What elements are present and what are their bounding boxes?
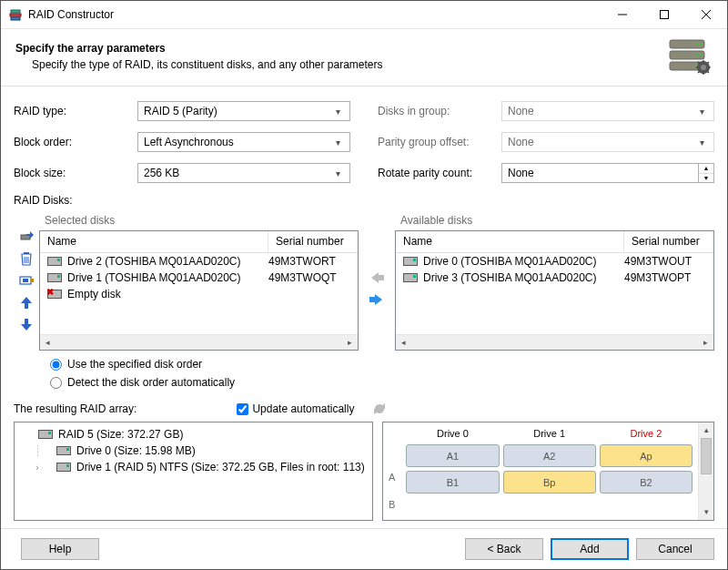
add-disk-button[interactable] [18, 229, 35, 245]
svg-rect-7 [670, 40, 704, 48]
disk-name: Drive 0 (TOSHIBA MQ01AAD020C) [423, 255, 624, 268]
disk-serial: 49M3TWOPT [624, 271, 706, 284]
spin-up-button[interactable]: ▲ [699, 164, 713, 174]
close-button[interactable] [685, 1, 727, 28]
result-tree[interactable]: RAID 5 (Size: 372.27 GB) ┊ Drive 0 (Size… [14, 422, 373, 521]
empty-disk-icon [47, 289, 62, 300]
disks-in-group-label: Disks in group: [378, 105, 501, 117]
raid-disks-label: RAID Disks: [14, 194, 714, 207]
chevron-down-icon: ▾ [694, 137, 710, 148]
maximize-button[interactable] [643, 1, 685, 28]
v-scrollbar[interactable]: ▴▾ [698, 422, 713, 520]
block-order-combo[interactable]: Left Asynchronous ▾ [137, 132, 350, 152]
disk-serial: 49M3TWOQT [268, 271, 350, 284]
svg-rect-4 [661, 11, 669, 19]
grid-cell: A2 [503, 444, 596, 467]
svg-rect-33 [23, 279, 28, 282]
raid-type-combo[interactable]: RAID 5 (Parity) ▾ [137, 101, 350, 121]
svg-line-25 [698, 72, 700, 74]
list-item[interactable]: Drive 1 (TOSHIBA MQ01AAD020C)49M3TWOQT [40, 270, 358, 286]
drive-icon [56, 445, 71, 456]
resulting-label: The resulting RAID array: [14, 402, 136, 415]
tree-root: RAID 5 (Size: 372.27 GB) [58, 428, 183, 441]
grid-cell: Ap [600, 444, 693, 467]
grid-cell: B1 [406, 471, 499, 494]
svg-rect-0 [10, 14, 21, 16]
list-item[interactable]: Drive 3 (TOSHIBA MQ01AAD020C)49M3TWOPT [396, 270, 713, 286]
svg-point-11 [696, 43, 698, 45]
list-item[interactable]: Drive 2 (TOSHIBA MQ01AAD020C)49M3TWORT [40, 253, 358, 270]
order-specified-radio[interactable]: Use the specified disk order [50, 358, 714, 371]
drive-icon [403, 272, 418, 283]
grid-col-header: Drive 2 [600, 426, 693, 441]
page-title: Specify the array parameters [15, 42, 383, 55]
move-left-button[interactable] [368, 270, 386, 285]
chevron-down-icon: ▾ [694, 107, 710, 117]
grid-col-header: Drive 0 [406, 426, 499, 441]
available-disks-list[interactable]: Name Serial number Drive 0 (TOSHIBA MQ01… [395, 230, 714, 351]
chevron-down-icon: ▾ [330, 137, 346, 148]
drive-icon [56, 462, 71, 473]
add-empty-disk-button[interactable] [18, 272, 35, 289]
page-subtitle: Specify the type of RAID, its constituen… [32, 58, 383, 71]
add-button[interactable]: Add [551, 538, 629, 560]
disks-in-group-combo: None ▾ [501, 101, 714, 121]
selected-disks-title: Selected disks [45, 214, 359, 227]
svg-rect-2 [11, 17, 20, 20]
rotate-parity-spin[interactable]: None ▲ ▼ [501, 163, 714, 183]
window-title: RAID Constructor [28, 8, 602, 21]
disk-name: Drive 1 (TOSHIBA MQ01AAD020C) [67, 271, 268, 284]
disk-name: Drive 2 (TOSHIBA MQ01AAD020C) [67, 255, 268, 268]
block-size-label: Block size: [14, 167, 137, 179]
cancel-button[interactable]: Cancel [636, 538, 714, 560]
move-right-button[interactable] [368, 292, 386, 307]
tree-item: Drive 1 (RAID 5) NTFS (Size: 372.25 GB, … [76, 461, 365, 473]
h-scrollbar[interactable]: ◂▸ [396, 334, 713, 350]
col-serial[interactable]: Serial number [268, 231, 358, 252]
h-scrollbar[interactable]: ◂▸ [40, 334, 358, 350]
svg-rect-1 [11, 10, 20, 13]
minimize-button[interactable] [602, 1, 643, 28]
raid-type-label: RAID type: [14, 105, 137, 117]
disk-serial: 49M3TWOUT [624, 255, 706, 268]
col-serial[interactable]: Serial number [624, 231, 713, 252]
svg-point-12 [700, 54, 702, 56]
chevron-down-icon: ▾ [330, 168, 346, 178]
col-name[interactable]: Name [40, 231, 268, 252]
disk-serial: 49M3TWORT [268, 255, 350, 268]
block-size-combo[interactable]: 256 KB ▾ [137, 163, 350, 183]
grid-col-header: Drive 1 [503, 426, 596, 441]
update-auto-checkbox[interactable]: Update automatically [237, 402, 354, 415]
drive-icon [403, 256, 418, 267]
drive-icon [47, 256, 62, 267]
back-button[interactable]: < Back [465, 538, 543, 560]
grid-row-label: B [389, 491, 402, 518]
help-button[interactable]: Help [21, 538, 99, 560]
block-layout-grid: AB Drive 0A1B1Drive 1A2BpDrive 2ApB2 ▴▾ [382, 422, 714, 521]
spin-down-button[interactable]: ▼ [699, 174, 713, 183]
rotate-parity-label: Rotate parity count: [378, 167, 501, 179]
page-header: Specify the array parameters Specify the… [1, 29, 727, 86]
list-item[interactable]: Drive 0 (TOSHIBA MQ01AAD020C)49M3TWOUT [396, 253, 713, 270]
refresh-icon[interactable] [372, 402, 387, 416]
col-name[interactable]: Name [396, 231, 624, 252]
order-detect-radio[interactable]: Detect the disk order automatically [50, 376, 714, 389]
disk-name: Empty disk [67, 288, 268, 300]
selected-disks-list[interactable]: Name Serial number Drive 2 (TOSHIBA MQ01… [39, 230, 359, 351]
tree-expand-toggle[interactable]: › [32, 463, 43, 473]
move-down-button[interactable] [18, 316, 35, 332]
svg-point-13 [696, 54, 698, 56]
drive-icon [47, 272, 62, 283]
parity-offset-combo: None ▾ [501, 132, 714, 152]
parity-offset-label: Parity group offset: [378, 136, 501, 148]
app-icon [8, 7, 23, 22]
move-up-button[interactable] [18, 294, 35, 310]
list-item[interactable]: Empty disk [40, 286, 358, 302]
drive-icon [38, 429, 53, 440]
tree-item: Drive 0 (Size: 15.98 MB) [76, 444, 196, 457]
grid-cell: Bp [503, 471, 596, 494]
grid-cell: A1 [406, 444, 499, 467]
svg-point-17 [701, 65, 706, 70]
remove-disk-button[interactable] [18, 250, 35, 267]
grid-cell: B2 [600, 471, 693, 494]
